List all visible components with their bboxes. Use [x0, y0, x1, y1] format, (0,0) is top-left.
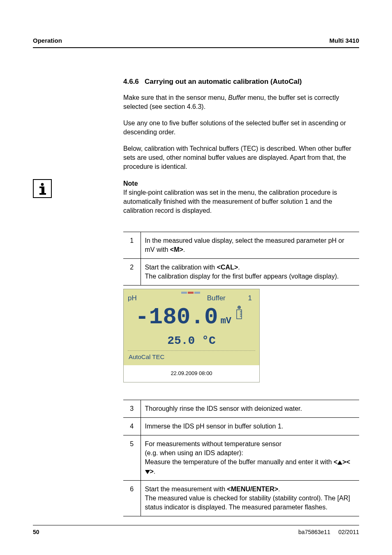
- svg-rect-7: [237, 310, 242, 319]
- lcd-temperature: 25.0 °C: [128, 334, 255, 347]
- lcd-value: -180.0: [135, 304, 218, 330]
- doc-id: ba75863e11: [298, 529, 330, 535]
- header-section: Operation: [33, 37, 62, 44]
- step-number: 4: [123, 418, 141, 435]
- svg-rect-2: [42, 187, 44, 193]
- text-run: .: [183, 246, 185, 253]
- page-footer: 50 ba75863e11 02/2011: [33, 525, 359, 535]
- paragraph: Below, calibration with Technical buffer…: [123, 144, 359, 171]
- lcd-status: AutoCal TEC: [128, 350, 255, 362]
- text-run: Make sure that in the sensor menu,: [123, 94, 228, 101]
- steps-table-a: 1 In the measured value display, select …: [123, 232, 359, 286]
- table-row: 6 Start the measurement with <MENU/ENTER…: [123, 480, 359, 516]
- section-number: 4.6.6: [123, 78, 139, 85]
- paragraph: Make sure that in the sensor menu, Buffe…: [123, 93, 359, 111]
- step-number: 3: [123, 400, 141, 418]
- doc-date: 02/2011: [338, 529, 359, 535]
- paragraph: Use any one to five buffer solutions of …: [123, 119, 359, 137]
- steps-table-b: 3 Thoroughly rinse the IDS sensor with d…: [123, 400, 359, 516]
- arrow-up-icon: [337, 461, 342, 465]
- lcd-timestamp: 22.09.2009 08:00: [124, 365, 259, 382]
- step-number: 1: [123, 232, 141, 258]
- note-text: If single-point calibration was set in t…: [123, 189, 337, 214]
- lcd-display: pH Buffer 1 -180.0 mV: [123, 289, 359, 382]
- page-number: 50: [33, 529, 39, 535]
- table-row: 1 In the measured value display, select …: [123, 232, 359, 258]
- info-icon: [33, 179, 52, 198]
- buffer-italic: Buffer: [228, 94, 246, 101]
- lcd-buffer-label: Buffer: [207, 294, 226, 302]
- sensor-icon: [235, 305, 244, 322]
- note-block: Note If single-point calibration was set…: [33, 179, 359, 215]
- text-run: .: [154, 468, 155, 475]
- step-number: 2: [123, 259, 141, 286]
- section-title: Carrying out an automatic calibration (A…: [145, 78, 302, 85]
- step-number: 6: [123, 480, 141, 516]
- step-text: In the measured value display, select th…: [141, 232, 359, 258]
- step-text: Thoroughly rinse the IDS sensor with dei…: [141, 400, 359, 418]
- table-row: 5 For measurements without temperature s…: [123, 435, 359, 480]
- text-run: Start the calibration with: [145, 264, 217, 271]
- kbd-key: <CAL>: [217, 264, 238, 271]
- arrow-down-icon: [145, 470, 150, 474]
- kbd-key: <MENU/ENTER>: [227, 486, 278, 493]
- table-row: 4 Immerse the IDS pH sensor in buffer so…: [123, 418, 359, 435]
- table-row: 2 Start the calibration with <CAL>. The …: [123, 259, 359, 286]
- step-text: Start the measurement with <MENU/ENTER>.…: [141, 480, 359, 516]
- text-run: (e.g. when using an IDS adapter):: [145, 449, 243, 456]
- kbd-key: <M>: [170, 246, 183, 253]
- step-text: Immerse the IDS pH sensor in buffer solu…: [141, 418, 359, 435]
- svg-point-0: [41, 183, 44, 186]
- text-run: For measurements without temperature sen…: [145, 440, 282, 447]
- lcd-buffer-num: 1: [248, 294, 252, 302]
- header-model: Multi 3410: [329, 37, 359, 44]
- step-number: 5: [123, 435, 141, 480]
- page-header: Operation Multi 3410: [33, 37, 359, 48]
- step-text: For measurements without temperature sen…: [141, 435, 359, 480]
- text-run: Start the measurement with: [145, 486, 227, 493]
- section-heading: 4.6.6 Carrying out an automatic calibrat…: [123, 78, 359, 86]
- step-text: Start the calibration with <CAL>. The ca…: [141, 259, 359, 286]
- svg-rect-3: [39, 193, 46, 195]
- lcd-ph-label: pH: [128, 294, 137, 302]
- note-title: Note: [123, 179, 359, 188]
- text-run: Measure the temperature of the buffer ma…: [145, 458, 334, 465]
- lcd-unit: mV: [221, 316, 231, 326]
- table-row: 3 Thoroughly rinse the IDS sensor with d…: [123, 400, 359, 418]
